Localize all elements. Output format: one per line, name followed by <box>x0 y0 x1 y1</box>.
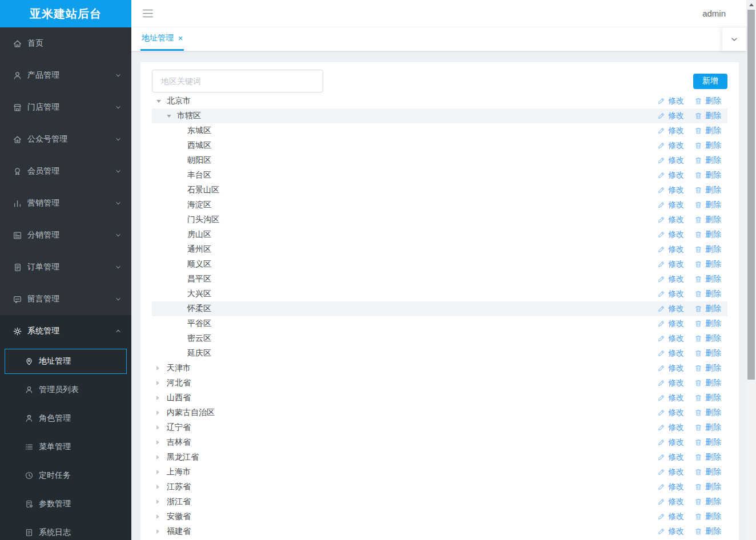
scrollbar-up-arrow-icon[interactable] <box>746 0 756 10</box>
user-menu[interactable]: admin <box>702 9 726 18</box>
sidebar-item-home[interactable]: 首页 <box>0 27 131 59</box>
expand-arrow-icon[interactable] <box>156 465 167 479</box>
expand-arrow-icon[interactable] <box>177 301 187 316</box>
edit-link[interactable]: 修改 <box>657 215 684 225</box>
sidebar-item-products[interactable]: 产品管理 <box>0 59 131 91</box>
delete-link[interactable]: 删除 <box>694 467 721 477</box>
tree-row[interactable]: 安徽省 修改 删除 <box>152 509 727 524</box>
tab-close-icon[interactable]: × <box>178 34 183 42</box>
sidebar-item-scheduled-tasks[interactable]: 定时任务 <box>5 461 127 490</box>
expand-arrow-icon[interactable] <box>156 435 167 450</box>
tree-row[interactable]: 朝阳区 修改 删除 <box>152 153 727 168</box>
sidebar-item-admin-list[interactable]: 管理员列表 <box>5 376 127 404</box>
delete-link[interactable]: 删除 <box>694 422 721 433</box>
expand-arrow-icon[interactable] <box>156 509 167 524</box>
expand-arrow-icon[interactable] <box>156 361 167 376</box>
delete-link[interactable]: 删除 <box>694 497 721 507</box>
tree-row[interactable]: 福建省 修改 删除 <box>152 524 727 539</box>
edit-link[interactable]: 修改 <box>657 452 684 462</box>
edit-link[interactable]: 修改 <box>657 408 684 418</box>
sidebar-item-distribution[interactable]: 分销管理 <box>0 219 131 251</box>
edit-link[interactable]: 修改 <box>657 111 684 121</box>
expand-arrow-icon[interactable] <box>156 405 167 420</box>
edit-link[interactable]: 修改 <box>657 289 684 299</box>
scrollbar-thumb[interactable] <box>747 10 755 380</box>
delete-link[interactable]: 删除 <box>694 274 721 284</box>
expand-arrow-icon[interactable] <box>177 242 187 257</box>
expand-arrow-icon[interactable] <box>156 390 167 405</box>
edit-link[interactable]: 修改 <box>657 333 684 344</box>
edit-link[interactable]: 修改 <box>657 259 684 269</box>
sidebar-item-roles[interactable]: 角色管理 <box>5 404 127 433</box>
tree-row[interactable]: 延庆区 修改 删除 <box>152 346 727 361</box>
delete-link[interactable]: 删除 <box>694 363 721 373</box>
tree-row[interactable]: 河北省 修改 删除 <box>152 376 727 390</box>
expand-arrow-icon[interactable] <box>167 108 177 123</box>
tree-row[interactable]: 天津市 修改 删除 <box>152 361 727 376</box>
sidebar-item-marketing[interactable]: 营销管理 <box>0 187 131 219</box>
delete-link[interactable]: 删除 <box>694 378 721 388</box>
delete-link[interactable]: 删除 <box>694 526 721 537</box>
tree-row[interactable]: 江苏省 修改 删除 <box>152 479 727 494</box>
delete-link[interactable]: 删除 <box>694 348 721 358</box>
delete-link[interactable]: 删除 <box>694 304 721 314</box>
expand-arrow-icon[interactable] <box>177 198 187 212</box>
delete-link[interactable]: 删除 <box>694 393 721 403</box>
delete-link[interactable]: 删除 <box>694 140 721 151</box>
tree-row[interactable]: 房山区 修改 删除 <box>152 227 727 242</box>
edit-link[interactable]: 修改 <box>657 467 684 477</box>
sidebar-item-messages[interactable]: 留言管理 <box>0 283 131 315</box>
edit-link[interactable]: 修改 <box>657 319 684 329</box>
edit-link[interactable]: 修改 <box>657 526 684 537</box>
tree-row[interactable]: 怀柔区 修改 删除 <box>152 301 727 316</box>
search-input[interactable] <box>152 70 323 92</box>
tree-row[interactable]: 东城区 修改 删除 <box>152 123 727 138</box>
edit-link[interactable]: 修改 <box>657 348 684 358</box>
tree-row[interactable]: 丰台区 修改 删除 <box>152 168 727 183</box>
delete-link[interactable]: 删除 <box>694 170 721 180</box>
expand-arrow-icon[interactable] <box>156 94 167 108</box>
tree-row[interactable]: 通州区 修改 删除 <box>152 242 727 257</box>
tree-row[interactable]: 浙江省 修改 删除 <box>152 494 727 509</box>
expand-arrow-icon[interactable] <box>177 168 187 183</box>
tab-address-management[interactable]: 地址管理 × <box>140 27 184 51</box>
tree-row[interactable]: 昌平区 修改 删除 <box>152 272 727 287</box>
sidebar-item-stores[interactable]: 门店管理 <box>0 91 131 123</box>
delete-link[interactable]: 删除 <box>694 482 721 492</box>
expand-arrow-icon[interactable] <box>177 212 187 227</box>
delete-link[interactable]: 删除 <box>694 155 721 166</box>
tree-row[interactable]: 辽宁省 修改 删除 <box>152 420 727 435</box>
delete-link[interactable]: 删除 <box>694 319 721 329</box>
edit-link[interactable]: 修改 <box>657 96 684 106</box>
expand-arrow-icon[interactable] <box>156 376 167 390</box>
edit-link[interactable]: 修改 <box>657 126 684 136</box>
expand-arrow-icon[interactable] <box>156 450 167 465</box>
expand-arrow-icon[interactable] <box>156 494 167 509</box>
sidebar-item-official-account[interactable]: 公众号管理 <box>0 123 131 155</box>
tree-row[interactable]: 门头沟区 修改 删除 <box>152 212 727 227</box>
delete-link[interactable]: 删除 <box>694 437 721 448</box>
edit-link[interactable]: 修改 <box>657 363 684 373</box>
edit-link[interactable]: 修改 <box>657 229 684 240</box>
tree-row[interactable]: 海淀区 修改 删除 <box>152 198 727 212</box>
delete-link[interactable]: 删除 <box>694 333 721 344</box>
tree-row[interactable]: 上海市 修改 删除 <box>152 465 727 479</box>
page-scrollbar[interactable] <box>746 0 756 540</box>
expand-arrow-icon[interactable] <box>177 287 187 301</box>
edit-link[interactable]: 修改 <box>657 304 684 314</box>
edit-link[interactable]: 修改 <box>657 185 684 195</box>
tree-row[interactable]: 黑龙江省 修改 删除 <box>152 450 727 465</box>
expand-arrow-icon[interactable] <box>177 331 187 346</box>
delete-link[interactable]: 删除 <box>694 96 721 106</box>
tab-overflow-button[interactable] <box>722 27 746 51</box>
tree-row[interactable]: 石景山区 修改 删除 <box>152 183 727 198</box>
edit-link[interactable]: 修改 <box>657 511 684 522</box>
expand-arrow-icon[interactable] <box>156 524 167 539</box>
delete-link[interactable]: 删除 <box>694 289 721 299</box>
delete-link[interactable]: 删除 <box>694 185 721 195</box>
expand-arrow-icon[interactable] <box>177 346 187 361</box>
tree-row[interactable]: 顺义区 修改 删除 <box>152 257 727 272</box>
edit-link[interactable]: 修改 <box>657 155 684 166</box>
expand-arrow-icon[interactable] <box>156 420 167 435</box>
delete-link[interactable]: 删除 <box>694 259 721 269</box>
